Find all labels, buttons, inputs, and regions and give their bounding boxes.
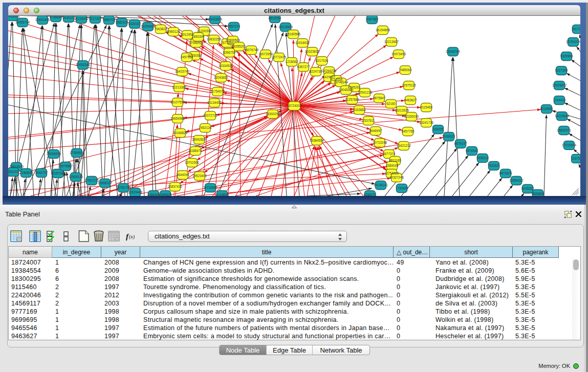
svg-text:16107553: 16107553 <box>170 100 185 104</box>
svg-text:4735650: 4735650 <box>50 16 62 19</box>
svg-text:8489709: 8489709 <box>103 18 116 21</box>
svg-text:10975887: 10975887 <box>58 164 73 168</box>
svg-text:4439167: 4439167 <box>128 22 141 26</box>
svg-text:8396759: 8396759 <box>223 51 236 54</box>
svg-text:12093872: 12093872 <box>552 83 567 87</box>
svg-text:14055714: 14055714 <box>15 20 30 24</box>
svg-text:6457765: 6457765 <box>402 129 415 133</box>
svg-text:15180586: 15180586 <box>286 32 301 36</box>
svg-text:1839221: 1839221 <box>62 16 75 19</box>
svg-text:12294238: 12294238 <box>322 69 337 73</box>
svg-text:5188470: 5188470 <box>189 149 202 152</box>
svg-text:15692971: 15692971 <box>557 128 572 132</box>
svg-text:1733426: 1733426 <box>396 186 408 190</box>
svg-text:2457954: 2457954 <box>181 55 193 59</box>
svg-text:10958107: 10958107 <box>98 181 113 185</box>
svg-text:9474444: 9474444 <box>466 149 478 152</box>
svg-text:17957275: 17957275 <box>84 179 99 182</box>
svg-text:9463627: 9463627 <box>404 98 417 102</box>
svg-text:22330030: 22330030 <box>404 115 419 118</box>
svg-text:19832259: 19832259 <box>207 37 222 41</box>
svg-text:12416912: 12416912 <box>295 41 310 45</box>
svg-text:20813640: 20813640 <box>9 165 24 168</box>
svg-text:17956909: 17956909 <box>189 41 204 45</box>
svg-text:3644095: 3644095 <box>177 173 189 177</box>
svg-text:16415740: 16415740 <box>175 70 190 73</box>
svg-text:6357277: 6357277 <box>297 65 310 69</box>
svg-text:12505135: 12505135 <box>69 175 83 179</box>
svg-text:20372723: 20372723 <box>203 114 218 117</box>
svg-text:15157347: 15157347 <box>51 171 66 175</box>
svg-text:12923448: 12923448 <box>128 190 143 194</box>
svg-text:1244415: 1244415 <box>553 98 566 102</box>
svg-text:18724007: 18724007 <box>287 104 302 107</box>
svg-text:10973493: 10973493 <box>391 52 406 56</box>
svg-text:8811165: 8811165 <box>389 159 401 162</box>
svg-text:6217026: 6217026 <box>316 59 329 62</box>
svg-text:12213389: 12213389 <box>172 85 187 89</box>
svg-text:16072954: 16072954 <box>258 52 273 56</box>
svg-text:17016504: 17016504 <box>562 143 577 147</box>
svg-text:8960124: 8960124 <box>167 30 180 33</box>
svg-text:9217207: 9217207 <box>89 17 102 20</box>
svg-text:2537611: 2537611 <box>362 119 375 122</box>
svg-text:20772475: 20772475 <box>272 55 287 59</box>
svg-text:13748244: 13748244 <box>334 80 349 84</box>
svg-text:15076749: 15076749 <box>244 48 259 52</box>
svg-text:14136141: 14136141 <box>374 183 388 187</box>
svg-text:12975115: 12975115 <box>402 83 416 87</box>
svg-text:15716485: 15716485 <box>203 186 218 189</box>
svg-text:8471676: 8471676 <box>499 171 512 175</box>
svg-text:16154808: 16154808 <box>376 28 390 32</box>
svg-text:62160: 62160 <box>386 102 396 105</box>
svg-text:19654985: 19654985 <box>170 117 185 120</box>
svg-text:18992829: 18992829 <box>192 138 207 141</box>
svg-text:8813054: 8813054 <box>269 16 281 20</box>
svg-text:1890399: 1890399 <box>192 35 205 38</box>
svg-text:19166825: 19166825 <box>173 131 188 135</box>
svg-text:116753: 116753 <box>572 157 580 160</box>
svg-text:391191: 391191 <box>8 170 19 173</box>
svg-text:8806804: 8806804 <box>532 192 545 195</box>
svg-text:22093651: 22093651 <box>214 76 229 79</box>
svg-text:1999828: 1999828 <box>159 193 172 196</box>
svg-text:8224730: 8224730 <box>310 70 322 73</box>
svg-text:9115460: 9115460 <box>420 105 433 109</box>
svg-text:9875847: 9875847 <box>373 96 386 100</box>
svg-text:10228452: 10228452 <box>74 17 89 20</box>
svg-text:21257684: 21257684 <box>345 98 360 101</box>
svg-text:17359924: 17359924 <box>70 151 84 155</box>
svg-text:10710248: 10710248 <box>373 141 387 144</box>
svg-text:19218506: 19218506 <box>278 25 293 29</box>
svg-text:9245052: 9245052 <box>521 187 534 190</box>
svg-text:13045349: 13045349 <box>339 88 354 92</box>
svg-text:22806503: 22806503 <box>226 38 241 42</box>
svg-text:7857274: 7857274 <box>228 25 241 28</box>
svg-text:16033809: 16033809 <box>208 17 223 21</box>
svg-text:13701506: 13701506 <box>185 161 200 164</box>
svg-text:4389045: 4389045 <box>386 164 399 167</box>
svg-text:8215955: 8215955 <box>540 107 553 111</box>
svg-text:13241736: 13241736 <box>419 121 434 124</box>
svg-text:3333883: 3333883 <box>353 108 366 112</box>
svg-text:13421212: 13421212 <box>397 144 411 147</box>
svg-text:2942737: 2942737 <box>35 171 48 174</box>
svg-text:12541238: 12541238 <box>358 91 373 94</box>
svg-text:2935114: 2935114 <box>476 156 489 160</box>
svg-text:13754919: 13754919 <box>384 171 399 175</box>
svg-text:22455603: 22455603 <box>8 16 19 18</box>
svg-text:4143890: 4143890 <box>216 193 229 196</box>
svg-text:10654112: 10654112 <box>509 179 524 182</box>
svg-text:7663822: 7663822 <box>155 27 167 31</box>
svg-text:20691406: 20691406 <box>35 18 50 21</box>
svg-text:19523409: 19523409 <box>192 174 207 178</box>
svg-text:10323815: 10323815 <box>305 50 320 53</box>
svg-text:2156829: 2156829 <box>20 171 33 174</box>
svg-text:9329966: 9329966 <box>560 54 573 58</box>
svg-text:7632621: 7632621 <box>488 164 500 167</box>
svg-text:10837430: 10837430 <box>168 185 183 188</box>
svg-text:19285201: 19285201 <box>232 45 247 48</box>
svg-text:8336273: 8336273 <box>364 193 377 196</box>
svg-text:19299464: 19299464 <box>141 25 156 28</box>
svg-text:5682115: 5682115 <box>116 20 128 24</box>
